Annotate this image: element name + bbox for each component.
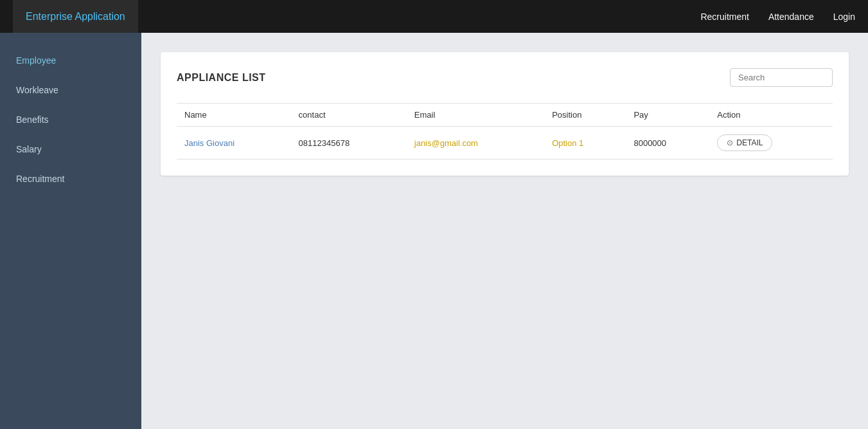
sidebar-item-employee[interactable]: Employee <box>0 46 141 75</box>
card-title: APPLIANCE LIST <box>177 72 266 84</box>
appliance-table: Name contact Email Position Pay Action J… <box>177 103 833 160</box>
sidebar-item-salary[interactable]: Salary <box>0 134 141 164</box>
cell-contact: 08112345678 <box>291 127 407 160</box>
sidebar-item-benefits[interactable]: Benefits <box>0 105 141 134</box>
cell-action: ⊙ DETAIL <box>709 127 833 160</box>
cell-name: Janis Giovani <box>177 127 291 160</box>
sidebar-item-workleave[interactable]: Workleave <box>0 75 141 105</box>
col-action: Action <box>709 104 833 127</box>
sidebar: Employee Workleave Benefits Salary Recru… <box>0 33 141 429</box>
detail-button-label: DETAIL <box>736 138 763 147</box>
detail-icon: ⊙ <box>727 138 733 147</box>
col-pay: Pay <box>626 104 709 127</box>
main-content: APPLIANCE LIST Name contact Email Positi… <box>141 33 868 429</box>
nav-link-login[interactable]: Login <box>833 12 855 22</box>
col-email: Email <box>407 104 544 127</box>
table-row: Janis Giovani 08112345678 janis@gmail.co… <box>177 127 833 160</box>
cell-position: Option 1 <box>544 127 626 160</box>
cell-email: janis@gmail.com <box>407 127 544 160</box>
table-header-row: Name contact Email Position Pay Action <box>177 104 833 127</box>
detail-button[interactable]: ⊙ DETAIL <box>717 134 772 151</box>
col-contact: contact <box>291 104 407 127</box>
nav-link-attendance[interactable]: Attendance <box>768 12 814 22</box>
search-input[interactable] <box>730 68 833 87</box>
nav-link-recruitment[interactable]: Recruitment <box>700 12 748 22</box>
sidebar-item-recruitment[interactable]: Recruitment <box>0 164 141 194</box>
appliance-list-card: APPLIANCE LIST Name contact Email Positi… <box>161 52 849 176</box>
col-name: Name <box>177 104 291 127</box>
table-header: Name contact Email Position Pay Action <box>177 104 833 127</box>
navbar: Enterprise Application Recruitment Atten… <box>0 0 868 33</box>
cell-pay: 8000000 <box>626 127 709 160</box>
navbar-links: Recruitment Attendance Login <box>700 12 855 22</box>
navbar-brand[interactable]: Enterprise Application <box>13 0 138 33</box>
card-header: APPLIANCE LIST <box>177 68 833 87</box>
col-position: Position <box>544 104 626 127</box>
layout: Employee Workleave Benefits Salary Recru… <box>0 33 868 429</box>
table-body: Janis Giovani 08112345678 janis@gmail.co… <box>177 127 833 160</box>
